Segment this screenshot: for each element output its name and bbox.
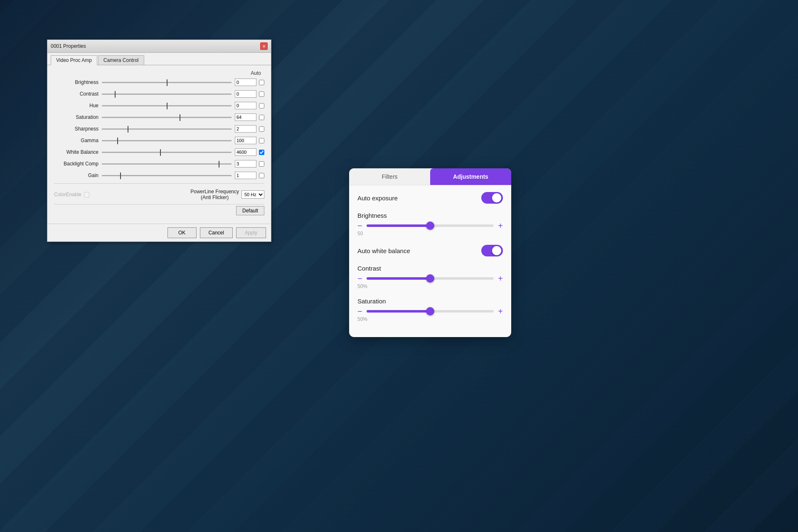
cancel-button[interactable]: Cancel — [200, 227, 233, 238]
contrast-plus-button[interactable]: + — [498, 274, 503, 283]
modern-contrast-header: Contrast — [357, 265, 503, 272]
sharpness-slider[interactable] — [102, 125, 232, 133]
auto-column-label: Auto — [54, 70, 264, 76]
brightness-plus-button[interactable]: + — [498, 222, 503, 230]
brightness-percent: 50 — [357, 231, 503, 236]
modern-adjustments-panel: Filters Adjustments Auto exposure Bright… — [349, 168, 511, 337]
contrast-minus-button[interactable]: − — [357, 274, 362, 283]
modern-tab-adjustments[interactable]: Adjustments — [430, 168, 511, 185]
contrast-input[interactable] — [235, 90, 256, 98]
modern-tab-filters[interactable]: Filters — [349, 168, 430, 185]
white-balance-slider[interactable] — [102, 148, 232, 156]
sharpness-label: Sharpness — [54, 126, 102, 132]
saturation-slider[interactable] — [102, 113, 232, 121]
auto-white-balance-header: Auto white balance — [357, 245, 503, 256]
gamma-row: Gamma — [54, 136, 264, 145]
modern-brightness-slider[interactable] — [367, 224, 494, 227]
modern-content: Auto exposure Brightness − + 50 — [349, 185, 511, 337]
sharpness-thumb — [128, 126, 128, 133]
gamma-slider[interactable] — [102, 136, 232, 145]
white-balance-input[interactable] — [235, 148, 256, 156]
tab-camera-control[interactable]: Camera Control — [98, 55, 144, 65]
auto-white-balance-row: Auto white balance — [357, 245, 503, 256]
brightness-row: Brightness — [54, 78, 264, 87]
contrast-label: Contrast — [54, 91, 102, 97]
modern-brightness-slider-row: − + — [357, 222, 503, 230]
contrast-auto-checkbox[interactable] — [259, 91, 264, 97]
contrast-percent: 50% — [357, 283, 503, 289]
modern-contrast-label: Contrast — [357, 265, 381, 272]
hue-slider[interactable] — [102, 101, 232, 110]
hue-input[interactable] — [235, 102, 256, 109]
ok-button[interactable]: OK — [167, 227, 197, 238]
brightness-input[interactable] — [235, 79, 256, 86]
brightness-minus-button[interactable]: − — [357, 222, 362, 230]
auto-exposure-toggle[interactable] — [481, 192, 503, 204]
brightness-thumb — [167, 79, 167, 86]
gamma-input[interactable] — [235, 137, 256, 144]
gain-slider[interactable] — [102, 171, 232, 180]
gamma-thumb — [117, 138, 118, 144]
backlight-comp-row: Backlight Comp — [54, 159, 264, 168]
sharpness-auto-checkbox[interactable] — [259, 126, 264, 132]
modern-saturation-row: Saturation − + 50% — [357, 298, 503, 322]
gain-thumb — [120, 172, 121, 179]
close-button[interactable]: ✕ — [260, 42, 268, 50]
color-enable-checkbox[interactable] — [84, 192, 89, 197]
modern-saturation-slider[interactable] — [367, 310, 494, 313]
brightness-modern-thumb[interactable] — [426, 222, 434, 230]
modern-brightness-label: Brightness — [357, 212, 387, 219]
titlebar: 0001 Properties ✕ — [47, 40, 271, 53]
powerline-select[interactable]: 50 Hz 60 Hz — [241, 190, 264, 199]
modern-brightness-row: Brightness − + 50 — [357, 212, 503, 236]
saturation-auto-checkbox[interactable] — [259, 115, 264, 120]
white-balance-thumb — [160, 149, 161, 156]
sharpness-input[interactable] — [235, 125, 256, 133]
brightness-fill — [367, 224, 430, 227]
saturation-input[interactable] — [235, 113, 256, 121]
saturation-row: Saturation — [54, 113, 264, 122]
saturation-minus-button[interactable]: − — [357, 307, 362, 315]
contrast-slider[interactable] — [102, 90, 232, 98]
contrast-row: Contrast — [54, 89, 264, 99]
modern-contrast-slider[interactable] — [367, 277, 494, 280]
brightness-auto-checkbox[interactable] — [259, 80, 264, 85]
color-enable-row: ColorEnable — [54, 192, 190, 197]
auto-exposure-header: Auto exposure — [357, 192, 503, 204]
brightness-slider[interactable] — [102, 78, 232, 86]
hue-auto-checkbox[interactable] — [259, 103, 264, 108]
backlight-comp-auto-checkbox[interactable] — [259, 161, 264, 167]
dialog-buttons: OK Cancel Apply — [47, 224, 271, 241]
separator — [54, 183, 264, 184]
saturation-thumb — [180, 114, 180, 121]
saturation-plus-button[interactable]: + — [498, 307, 503, 315]
brightness-label: Brightness — [54, 79, 102, 85]
saturation-fill — [367, 310, 430, 313]
gamma-auto-checkbox[interactable] — [259, 138, 264, 143]
auto-white-balance-toggle[interactable] — [481, 245, 503, 256]
saturation-modern-thumb[interactable] — [426, 307, 434, 315]
dialog-title: 0001 Properties — [51, 43, 86, 49]
auto-exposure-row: Auto exposure — [357, 192, 503, 204]
gain-auto-checkbox[interactable] — [259, 173, 264, 178]
backlight-comp-label: Backlight Comp — [54, 161, 102, 167]
contrast-modern-thumb[interactable] — [426, 274, 434, 283]
backlight-comp-thumb — [219, 161, 219, 167]
apply-button[interactable]: Apply — [236, 227, 266, 238]
saturation-percent: 50% — [357, 316, 503, 322]
backlight-comp-slider[interactable] — [102, 160, 232, 168]
modern-saturation-slider-row: − + — [357, 307, 503, 315]
gain-label: Gain — [54, 172, 102, 178]
auto-white-balance-toggle-knob — [492, 246, 501, 255]
tab-video-proc-amp[interactable]: Video Proc Amp — [51, 55, 97, 65]
hue-thumb — [167, 103, 167, 109]
powerline-label: PowerLine Frequency (Anti Flicker) — [190, 189, 239, 201]
auto-exposure-toggle-knob — [492, 193, 501, 202]
modern-saturation-header: Saturation — [357, 298, 503, 305]
default-button[interactable]: Default — [236, 206, 264, 215]
modern-contrast-slider-row: − + — [357, 274, 503, 283]
backlight-comp-input[interactable] — [235, 160, 256, 167]
powerline-row: PowerLine Frequency (Anti Flicker) 50 Hz… — [190, 189, 264, 201]
white-balance-auto-checkbox[interactable] — [259, 150, 264, 155]
gain-input[interactable] — [235, 172, 256, 179]
